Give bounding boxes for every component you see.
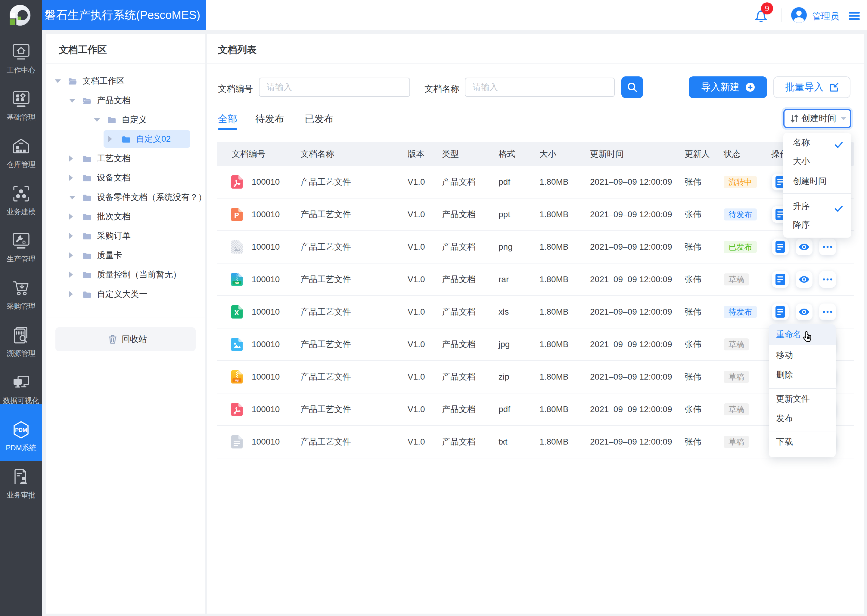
svg-text:zip: zip <box>235 379 239 382</box>
svg-text:X: X <box>234 309 239 317</box>
svg-text:PDM: PDM <box>15 427 27 433</box>
svg-text:rar: rar <box>235 281 240 284</box>
svg-text:P: P <box>234 211 239 219</box>
